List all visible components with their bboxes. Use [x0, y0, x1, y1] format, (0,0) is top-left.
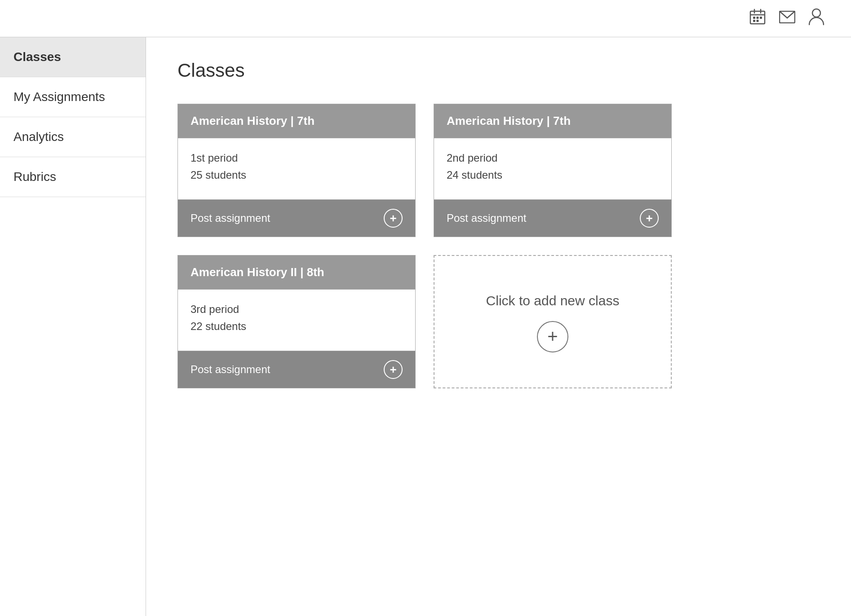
svg-rect-7	[753, 20, 755, 22]
class-card-3-post-assignment[interactable]: Post assignment +	[178, 351, 415, 388]
sidebar-item-classes[interactable]: Classes	[0, 37, 146, 77]
class-card-1-period: 1st period	[191, 152, 403, 164]
svg-rect-6	[760, 17, 762, 19]
add-class-text: Click to add new class	[486, 291, 620, 310]
class-card-1-post-label: Post assignment	[191, 212, 270, 224]
class-card-1: American History | 7th 1st period 25 stu…	[177, 104, 416, 237]
header	[0, 0, 851, 37]
class-card-1-post-icon: +	[384, 209, 403, 228]
class-card-3-period: 3rd period	[191, 303, 403, 316]
class-card-1-title: American History | 7th	[191, 114, 315, 128]
class-card-2: American History | 7th 2nd period 24 stu…	[434, 104, 672, 237]
mail-icon[interactable]	[779, 10, 795, 27]
class-card-1-post-assignment[interactable]: Post assignment +	[178, 200, 415, 237]
main-layout: Classes My Assignments Analytics Rubrics…	[0, 37, 851, 616]
class-card-3-post-label: Post assignment	[191, 363, 270, 376]
class-card-2-post-assignment[interactable]: Post assignment +	[434, 200, 671, 237]
user-icon[interactable]	[809, 8, 824, 29]
calendar-icon[interactable]	[749, 9, 766, 28]
svg-point-10	[812, 9, 820, 17]
add-class-plus-icon: +	[547, 326, 558, 347]
sidebar: Classes My Assignments Analytics Rubrics	[0, 37, 146, 616]
class-card-3-post-icon: +	[384, 360, 403, 379]
svg-rect-5	[757, 17, 759, 19]
class-card-2-title: American History | 7th	[447, 114, 571, 128]
class-card-3: American History II | 8th 3rd period 22 …	[177, 255, 416, 388]
content-area: Classes American History | 7th 1st perio…	[146, 37, 851, 616]
class-card-3-header: American History II | 8th	[178, 255, 415, 289]
class-card-1-header: American History | 7th	[178, 104, 415, 138]
class-card-2-post-icon: +	[640, 209, 659, 228]
class-card-2-body: 2nd period 24 students	[434, 138, 671, 200]
add-class-card[interactable]: Click to add new class +	[434, 255, 672, 388]
class-card-2-post-label: Post assignment	[447, 212, 526, 224]
classes-grid: American History | 7th 1st period 25 stu…	[177, 104, 672, 388]
class-card-2-header: American History | 7th	[434, 104, 671, 138]
class-card-3-body: 3rd period 22 students	[178, 289, 415, 351]
class-card-2-students: 24 students	[447, 169, 659, 181]
add-class-button[interactable]: +	[537, 321, 568, 352]
header-icons	[749, 8, 824, 29]
sidebar-item-my-assignments[interactable]: My Assignments	[0, 77, 146, 117]
sidebar-item-rubrics[interactable]: Rubrics	[0, 157, 146, 197]
class-card-3-students: 22 students	[191, 320, 403, 333]
svg-rect-8	[757, 20, 759, 22]
sidebar-item-analytics[interactable]: Analytics	[0, 117, 146, 157]
class-card-2-period: 2nd period	[447, 152, 659, 164]
svg-rect-4	[753, 17, 755, 19]
class-card-1-students: 25 students	[191, 169, 403, 181]
class-card-3-title: American History II | 8th	[191, 265, 324, 279]
page-title: Classes	[177, 60, 820, 81]
class-card-1-body: 1st period 25 students	[178, 138, 415, 200]
